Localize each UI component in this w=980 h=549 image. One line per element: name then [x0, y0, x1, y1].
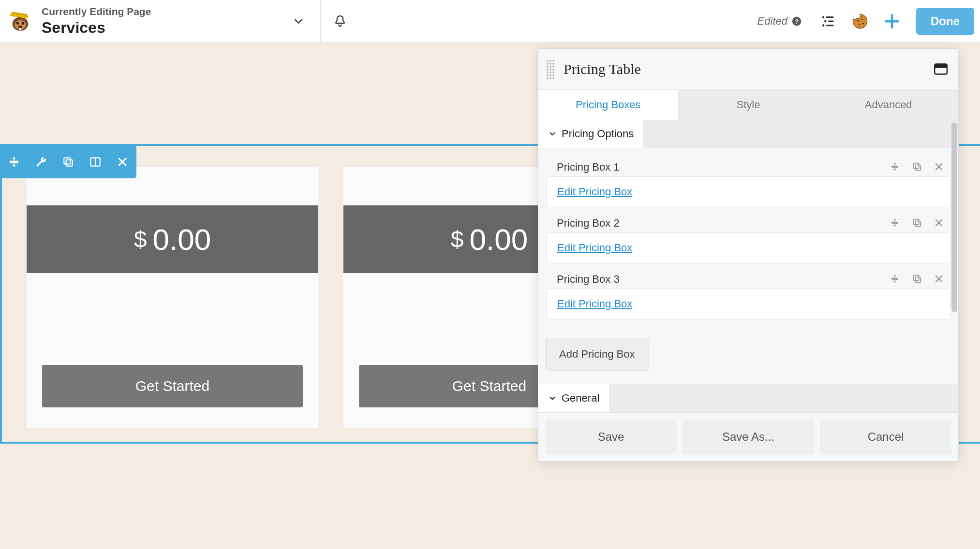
- save-button[interactable]: Save: [545, 419, 677, 454]
- pricing-card: $ 0.00 Get Started: [26, 166, 319, 428]
- move-icon: [890, 161, 900, 172]
- pricing-box-item: Pricing Box 3 Edit Pricing Box: [545, 266, 951, 319]
- module-settings-button[interactable]: [33, 154, 49, 170]
- item-delete-button[interactable]: [934, 217, 944, 230]
- panel-title: Pricing Table: [564, 61, 641, 77]
- price-value: 0.00: [153, 222, 211, 257]
- chevron-down-icon: [292, 14, 305, 28]
- module-move-button[interactable]: [6, 154, 22, 170]
- pricing-box-name: Pricing Box 2: [557, 217, 620, 230]
- item-duplicate-button[interactable]: [912, 274, 922, 286]
- svg-point-16: [857, 20, 859, 21]
- svg-point-12: [824, 20, 827, 22]
- svg-rect-11: [826, 16, 834, 18]
- svg-rect-26: [914, 163, 919, 168]
- svg-point-2: [16, 22, 19, 25]
- svg-rect-25: [935, 64, 947, 68]
- svg-point-14: [822, 24, 825, 27]
- duplicate-icon: [912, 161, 922, 172]
- add-pricing-box-button[interactable]: Add Pricing Box: [545, 338, 649, 371]
- duplicate-icon: [912, 274, 922, 284]
- module-duplicate-button[interactable]: [60, 154, 76, 170]
- item-delete-button[interactable]: [934, 161, 944, 173]
- save-as-button[interactable]: Save As...: [683, 419, 814, 454]
- duplicate-icon: [912, 217, 922, 228]
- svg-point-3: [22, 22, 24, 25]
- chevron-down-icon: [548, 130, 557, 138]
- section-label: Pricing Options: [562, 128, 634, 140]
- item-duplicate-button[interactable]: [912, 217, 922, 230]
- section-label: General: [562, 392, 599, 405]
- bell-icon: [333, 14, 347, 29]
- svg-point-18: [862, 22, 864, 24]
- item-duplicate-button[interactable]: [912, 161, 922, 173]
- cancel-button[interactable]: Cancel: [820, 419, 951, 454]
- section-pricing-options-header[interactable]: Pricing Options: [538, 120, 958, 148]
- module-remove-button[interactable]: [114, 154, 131, 170]
- svg-rect-15: [826, 25, 834, 26]
- close-icon: [934, 162, 944, 172]
- edit-pricing-box-row: Edit Pricing Box: [546, 232, 950, 263]
- columns-icon: [89, 156, 102, 168]
- svg-rect-20: [64, 158, 70, 164]
- pricing-box-item: Pricing Box 1 Edit Pricing Box: [545, 154, 951, 207]
- svg-rect-5: [19, 28, 22, 31]
- tab-pricing-boxes[interactable]: Pricing Boxes: [538, 90, 678, 120]
- svg-rect-13: [828, 20, 833, 22]
- topbar-left: Currently Editing Page Services: [0, 5, 151, 37]
- add-content-button[interactable]: [878, 8, 906, 35]
- canvas[interactable]: $ 0.00 Get Started $ 0.00 Get Started Pr…: [0, 43, 980, 549]
- pricing-cta-button[interactable]: Get Started: [42, 365, 303, 407]
- item-move-button[interactable]: [890, 274, 900, 286]
- history-button[interactable]: [846, 8, 874, 35]
- tab-style[interactable]: Style: [678, 90, 818, 120]
- edited-status-text: Edited: [757, 15, 787, 28]
- close-icon: [934, 274, 944, 284]
- edit-pricing-box-link[interactable]: Edit Pricing Box: [557, 242, 632, 254]
- settings-panel: Pricing Table Pricing Boxes Style Advanc…: [538, 48, 959, 462]
- edit-pricing-box-row: Edit Pricing Box: [546, 289, 950, 319]
- price-currency: $: [134, 226, 147, 253]
- svg-rect-29: [915, 221, 921, 226]
- chevron-down-icon: [548, 394, 557, 403]
- page-switcher-dropdown[interactable]: [277, 0, 320, 43]
- outline-button[interactable]: [815, 8, 842, 35]
- pricing-box-name: Pricing Box 1: [557, 161, 620, 173]
- help-icon[interactable]: ?: [791, 16, 802, 27]
- edit-pricing-box-row: Edit Pricing Box: [546, 176, 950, 207]
- item-delete-button[interactable]: [934, 274, 944, 286]
- panel-expand-button[interactable]: [934, 63, 948, 75]
- edit-pricing-box-link[interactable]: Edit Pricing Box: [557, 186, 632, 198]
- edit-pricing-box-link[interactable]: Edit Pricing Box: [557, 298, 632, 310]
- section-general-header[interactable]: General: [538, 384, 958, 413]
- scrollbar-thumb[interactable]: [951, 123, 957, 312]
- item-move-button[interactable]: [890, 161, 900, 173]
- price-band: $ 0.00: [27, 205, 318, 273]
- close-icon: [934, 218, 944, 228]
- tab-advanced[interactable]: Advanced: [818, 90, 958, 120]
- item-move-button[interactable]: [890, 217, 900, 230]
- editing-subtitle: Currently Editing Page: [42, 5, 151, 17]
- cookie-icon: [851, 13, 869, 30]
- page-title-block: Currently Editing Page Services: [42, 5, 151, 37]
- window-icon: [934, 63, 948, 75]
- module-columns-button[interactable]: [87, 154, 104, 170]
- wrench-icon: [35, 156, 47, 168]
- move-icon: [7, 155, 21, 169]
- notifications-button[interactable]: [321, 0, 359, 43]
- edited-status: Edited ?: [757, 15, 802, 28]
- panel-footer: Save Save As... Cancel: [538, 413, 958, 461]
- panel-body: Pricing Options Pricing Box 1: [538, 120, 958, 413]
- svg-rect-31: [915, 277, 921, 282]
- duplicate-icon: [62, 156, 74, 168]
- topbar: Currently Editing Page Services Edited ?: [0, 0, 980, 43]
- panel-scrollbar[interactable]: [951, 123, 957, 410]
- svg-rect-28: [914, 219, 919, 224]
- pricing-box-item: Pricing Box 2 Edit Pricing Box: [545, 210, 951, 263]
- pricing-box-name: Pricing Box 3: [557, 273, 620, 286]
- done-button[interactable]: Done: [916, 8, 974, 35]
- svg-point-10: [822, 16, 825, 18]
- panel-drag-handle[interactable]: [546, 59, 555, 79]
- price-currency: $: [451, 226, 464, 253]
- move-icon: [890, 217, 900, 228]
